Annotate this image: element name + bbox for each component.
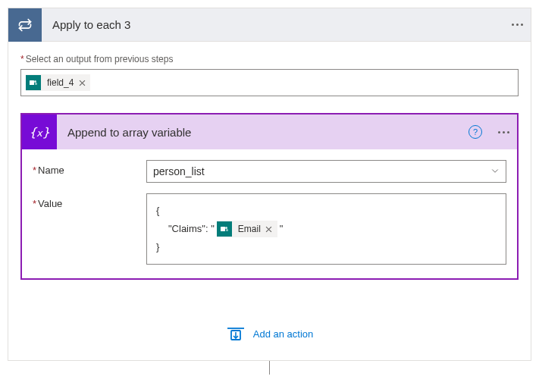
svg-rect-0 bbox=[30, 80, 34, 85]
apply-to-each-body: *Select an output from previous steps fi… bbox=[8, 42, 531, 360]
svg-point-7 bbox=[226, 229, 228, 231]
sharepoint-icon bbox=[217, 221, 232, 237]
value-line-3: } bbox=[156, 238, 497, 256]
svg-rect-5 bbox=[221, 227, 225, 231]
svg-point-2 bbox=[35, 83, 37, 85]
append-to-array-body: *Name person_list bbox=[22, 149, 517, 278]
output-field-label: *Select an output from previous steps bbox=[20, 54, 519, 64]
append-to-array-header[interactable]: {x} Append to array variable ? bbox=[22, 114, 517, 149]
add-action-label: Add an action bbox=[253, 328, 314, 340]
name-label: *Name bbox=[33, 160, 146, 176]
apply-to-each-header[interactable]: Apply to each 3 bbox=[8, 8, 531, 42]
sharepoint-icon bbox=[26, 75, 41, 90]
add-action-icon bbox=[226, 325, 246, 342]
output-token-label: field_4 bbox=[44, 77, 77, 88]
append-to-array-card: {x} Append to array variable ? *Name bbox=[20, 113, 519, 280]
value-input[interactable]: { "Claims": " bbox=[146, 193, 506, 265]
value-token[interactable]: Email bbox=[217, 221, 277, 237]
apply-to-each-menu-button[interactable] bbox=[503, 8, 531, 41]
remove-token-button[interactable] bbox=[77, 77, 87, 88]
svg-point-1 bbox=[34, 80, 36, 83]
output-token[interactable]: field_4 bbox=[26, 74, 90, 91]
add-action-button[interactable]: Add an action bbox=[226, 325, 314, 342]
flow-connector-line bbox=[269, 361, 270, 375]
name-select-value: person_list bbox=[153, 165, 205, 177]
remove-value-token-button[interactable] bbox=[264, 224, 274, 234]
value-line-2: "Claims": " Emai bbox=[156, 220, 497, 238]
loop-icon bbox=[8, 8, 42, 42]
apply-to-each-title: Apply to each 3 bbox=[42, 18, 503, 31]
apply-to-each-card: Apply to each 3 *Select an output from p… bbox=[8, 8, 531, 361]
output-field-input[interactable]: field_4 bbox=[20, 69, 519, 96]
ellipsis-icon bbox=[498, 131, 509, 133]
name-select[interactable]: person_list bbox=[146, 160, 506, 183]
value-label: *Value bbox=[33, 193, 146, 209]
help-button[interactable]: ? bbox=[468, 125, 482, 139]
ellipsis-icon bbox=[512, 24, 523, 26]
inner-menu-button[interactable] bbox=[490, 114, 517, 149]
append-to-array-title: Append to array variable bbox=[57, 126, 468, 139]
value-token-label: Email bbox=[235, 220, 264, 238]
svg-point-6 bbox=[225, 227, 227, 229]
value-line-1: { bbox=[156, 202, 497, 220]
chevron-down-icon bbox=[490, 165, 500, 177]
variable-icon: {x} bbox=[22, 114, 57, 149]
